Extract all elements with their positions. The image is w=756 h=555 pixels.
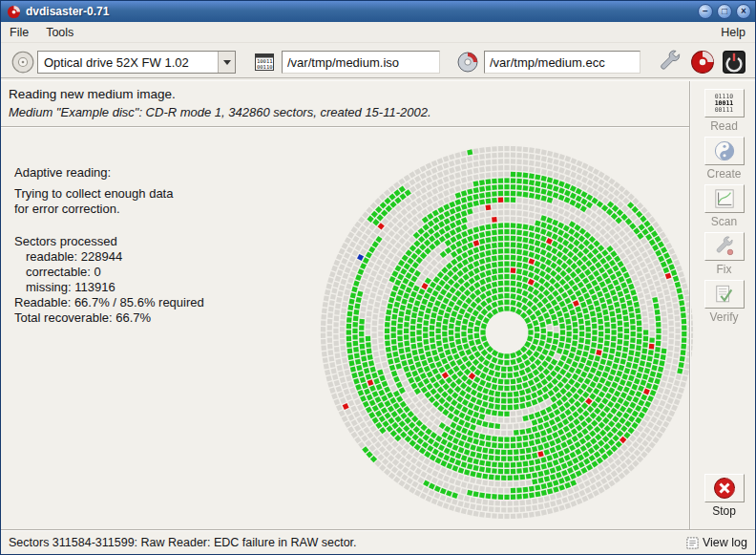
menu-tools[interactable]: Tools: [37, 23, 82, 42]
app-window: dvdisaster-0.71 − □ × File Tools Help Op…: [0, 0, 756, 555]
minimize-button[interactable]: −: [698, 4, 713, 19]
dvdisaster-logo-icon[interactable]: [690, 50, 715, 75]
binary-icon: 01110 10011 00111: [704, 89, 745, 117]
status-message: Sectors 311584-311599: Raw Reader: EDC f…: [9, 536, 686, 549]
ecc-file-icon: [456, 51, 479, 74]
view-log-icon: [686, 537, 699, 549]
mode-desc-1: Trying to collect enough data: [14, 186, 173, 201]
image-file-icon: 10011 00110: [253, 51, 276, 74]
menu-bar: File Tools Help: [1, 22, 755, 43]
menu-file[interactable]: File: [1, 23, 37, 42]
tools-icon: [704, 232, 745, 261]
verify-icon: [704, 280, 745, 309]
toolbar: Optical drive 52X FW 1.02 10011 00110: [1, 43, 755, 81]
iso-path-input[interactable]: [282, 51, 440, 74]
total-recoverable: Total recoverable: 66.7%: [14, 310, 151, 325]
view-log-label: View log: [703, 536, 747, 549]
verify-button[interactable]: Verify: [691, 280, 756, 324]
title-bar: dvdisaster-0.71 − □ ×: [1, 1, 755, 22]
ecc-path-input[interactable]: [484, 51, 640, 74]
sectors-title: Sectors processed: [14, 234, 117, 248]
fix-label: Fix: [691, 263, 756, 276]
mode-title: Adaptive reading:: [14, 165, 111, 180]
app-logo-icon: [7, 5, 21, 19]
view-log-button[interactable]: View log: [686, 536, 747, 549]
drive-select-icon[interactable]: [10, 50, 35, 75]
create-button[interactable]: Create: [691, 137, 756, 181]
chart-icon: [704, 184, 745, 213]
read-button[interactable]: 01110 10011 00111 Read: [691, 89, 756, 133]
sectors-correctable: correctable: 0: [26, 265, 101, 279]
readable-percent: Readable: 66.7% / 85.6% required: [14, 295, 204, 310]
stop-button[interactable]: Stop: [691, 474, 756, 518]
preferences-wrench-icon[interactable]: [658, 50, 682, 75]
chevron-down-icon[interactable]: [218, 52, 235, 73]
scan-button[interactable]: Scan: [691, 184, 756, 228]
sectors-missing: missing: 113916: [26, 280, 116, 294]
scan-label: Scan: [691, 215, 756, 228]
main-panel: Adaptive reading: Trying to collect enou…: [1, 81, 689, 529]
window-title: dvdisaster-0.71: [26, 5, 694, 18]
verify-label: Verify: [691, 310, 756, 324]
close-button[interactable]: ×: [736, 4, 751, 19]
stop-label: Stop: [691, 504, 756, 518]
action-sidebar: 01110 10011 00111 Read Create: [691, 81, 756, 529]
maximize-button[interactable]: □: [717, 4, 732, 19]
read-label: Read: [691, 119, 756, 133]
yinyang-icon: [704, 137, 745, 165]
fix-button[interactable]: Fix: [691, 232, 756, 276]
quit-power-icon[interactable]: [722, 50, 746, 75]
mode-desc-2: for error correction.: [14, 202, 120, 216]
disc-sector-map: [316, 141, 698, 523]
stop-icon: [704, 474, 745, 502]
drive-selector[interactable]: Optical drive 52X FW 1.02: [37, 51, 236, 74]
create-label: Create: [691, 167, 756, 181]
menu-help[interactable]: Help: [711, 23, 755, 42]
sectors-readable: readable: 228944: [26, 249, 122, 264]
drive-selector-value: Optical drive 52X FW 1.02: [38, 55, 218, 70]
status-bar: Sectors 311584-311599: Raw Reader: EDC f…: [1, 529, 755, 555]
svg-text:00110: 00110: [257, 64, 273, 70]
